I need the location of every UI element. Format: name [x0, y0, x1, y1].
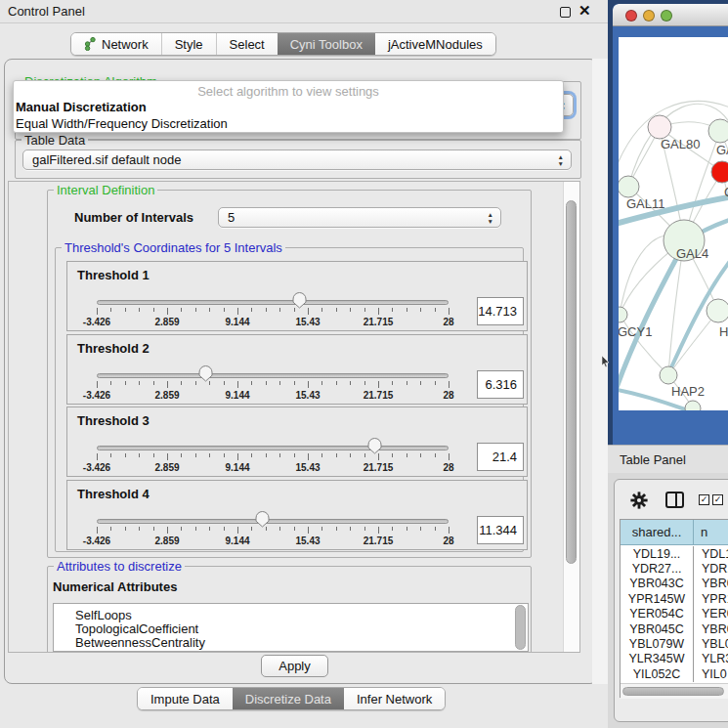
slider-tick-label: 2.859 [142, 390, 193, 401]
slider-tick [378, 381, 379, 388]
threshold-cell-4: Threshold 4-3.4262.8599.14415.4321.71528… [66, 480, 528, 550]
popup-item-manual-discretization[interactable]: Manual Discretization [16, 100, 563, 116]
attribute-item[interactable]: SelfLoops [75, 608, 132, 621]
slider-tick [392, 453, 393, 457]
slider-thumb[interactable] [292, 292, 307, 309]
tab-style[interactable]: Style [161, 33, 216, 55]
network-node[interactable] [619, 176, 639, 197]
minimize-traffic-light-icon[interactable] [643, 10, 655, 21]
slider-tick [294, 527, 295, 531]
column-header-2[interactable]: n [694, 520, 728, 545]
table-cell[interactable]: YLR345W [621, 652, 694, 666]
table-cell[interactable]: YDL19... [621, 546, 694, 561]
table-panel-title: Table Panel [620, 452, 686, 467]
slider-track[interactable] [97, 446, 449, 450]
tab-network[interactable]: Network [71, 33, 161, 55]
checkbox-icon[interactable]: ✓ [712, 494, 723, 505]
slider-tick [139, 453, 140, 457]
slider-tick-label: 21.715 [353, 390, 404, 401]
scrollbar-thumb[interactable] [566, 200, 577, 564]
network-node[interactable] [685, 401, 701, 410]
slider-tick [350, 381, 351, 385]
slider-thumb[interactable] [198, 365, 213, 382]
table-cell[interactable]: YBL0 [695, 636, 728, 651]
network-node[interactable] [648, 115, 671, 139]
table-cell[interactable]: YLR3 [695, 652, 728, 666]
network-node[interactable] [660, 366, 677, 384]
attribute-item[interactable]: TopologicalCoefficient [75, 621, 198, 635]
threshold-value-field[interactable]: 11.344 [477, 516, 524, 544]
table-cell[interactable]: YER054C [621, 607, 694, 621]
slider-tick [266, 453, 267, 457]
split-table-icon[interactable] [665, 492, 684, 508]
table-cell[interactable]: YBR043C [621, 577, 694, 591]
h-scrollbar-thumb[interactable] [622, 687, 724, 696]
spinner-icon: ▲▼ [488, 210, 493, 225]
panel-gutter [592, 59, 608, 684]
close-icon[interactable]: ✕ [578, 2, 591, 20]
gear-icon[interactable] [630, 492, 648, 509]
threshold-value-field[interactable]: 6.316 [477, 370, 524, 399]
tab-jactivemnodules[interactable]: jActiveMNodules [375, 33, 495, 55]
slider-track[interactable] [97, 300, 449, 305]
tab-impute-data[interactable]: Impute Data [138, 688, 233, 709]
number-of-intervals-combobox[interactable]: 5 ▲▼ [218, 207, 501, 228]
numerical-attributes-list[interactable]: SelfLoopsTopologicalCoefficientBetweenne… [53, 603, 529, 652]
slider-thumb[interactable] [367, 438, 382, 454]
table-data-combobox[interactable]: galFiltered.sif default node ▲▼ [22, 150, 572, 170]
tab-infer-network[interactable]: Infer Network [344, 688, 445, 709]
slider-tick [195, 527, 196, 531]
table-panel-container: ✓ ✓ shared...nYDL19...YDL1YDR27...YDR2YB… [614, 479, 728, 722]
slider-track[interactable] [97, 519, 449, 524]
table-cell[interactable]: YBR0 [695, 577, 728, 591]
table-cell[interactable]: YIL0 [695, 666, 728, 681]
slider-tick [139, 308, 140, 312]
slider-tick [321, 527, 322, 531]
slider-thumb[interactable] [255, 511, 270, 528]
threshold-value-field[interactable]: 21.4 [477, 443, 524, 471]
slider-tick-label: 15.43 [282, 462, 333, 473]
network-node[interactable] [619, 307, 627, 322]
attribute-item[interactable]: BetweennessCentrality [75, 635, 205, 649]
table-cell[interactable]: YPR1 [695, 591, 728, 606]
close-traffic-light-icon[interactable] [625, 10, 637, 21]
table-cell[interactable]: YER0 [695, 607, 728, 621]
table-cell[interactable]: YPR145W [621, 591, 694, 606]
tab-label: Select [230, 37, 265, 52]
list-scrollbar[interactable] [515, 605, 526, 650]
slider-tick [181, 527, 182, 531]
slider-tick [350, 453, 351, 457]
column-header-1[interactable]: shared... [621, 520, 694, 545]
tab-cyni-toolbox[interactable]: Cyni Toolbox [278, 33, 375, 55]
table-cell[interactable]: YDL1 [695, 546, 728, 561]
slider-tick [237, 381, 238, 388]
slider-tick-label: -3.426 [71, 390, 122, 401]
slider-track[interactable] [97, 373, 449, 378]
checkbox-icon[interactable]: ✓ [699, 494, 709, 505]
table-cell[interactable]: YIL052C [621, 666, 694, 681]
popup-item-equal-width-frequency-discretization[interactable]: Equal Width/Frequency Discretization [16, 116, 563, 133]
scrollbar-track[interactable] [563, 182, 579, 652]
network-graph-icon [84, 37, 97, 51]
slider-tick [279, 453, 280, 457]
network-canvas[interactable]: GAL80GACGAL11GAL4HGCY1HAP2 [619, 37, 728, 410]
float-panel-icon[interactable] [560, 7, 571, 18]
slider-tick [279, 381, 280, 385]
table-cell[interactable]: YDR27... [621, 561, 694, 576]
network-node[interactable] [708, 119, 728, 143]
table-cell[interactable]: YDR2 [695, 561, 728, 576]
table-cell[interactable]: YBR045C [621, 621, 694, 636]
slider-tick [449, 308, 450, 315]
node-table[interactable]: shared...nYDL19...YDL1YDR27...YDR2YBR043… [620, 519, 728, 698]
threshold-value-field[interactable]: 14.713 [477, 297, 524, 325]
tab-discretize-data[interactable]: Discretize Data [233, 688, 344, 709]
tab-select[interactable]: Select [216, 33, 278, 55]
apply-button[interactable]: Apply [261, 655, 328, 677]
network-node[interactable] [707, 299, 728, 322]
table-cell[interactable]: YBR0 [695, 621, 728, 636]
zoom-traffic-light-icon[interactable] [661, 10, 672, 21]
network-node[interactable] [711, 161, 728, 183]
table-cell[interactable]: YBL079W [621, 636, 694, 651]
control-panel-window: Control Panel ✕ NetworkStyleSelectCyni T… [0, 0, 608, 728]
h-scrollbar-track[interactable] [621, 683, 728, 699]
